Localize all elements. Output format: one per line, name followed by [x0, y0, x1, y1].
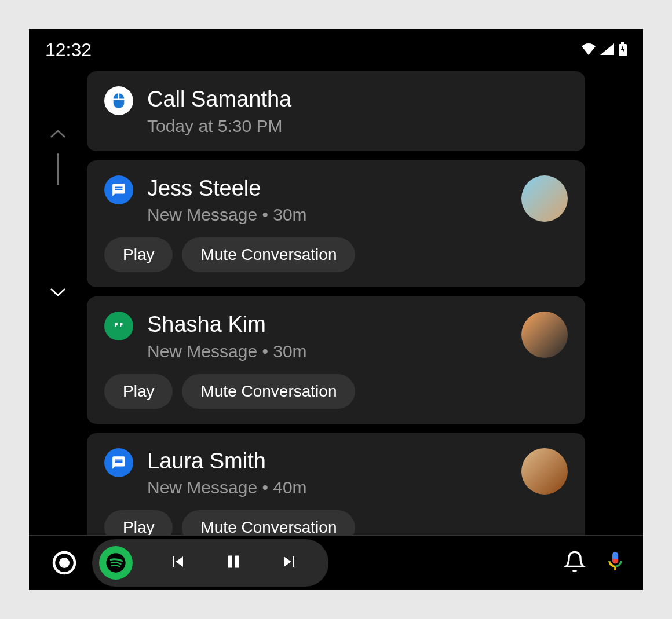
signal-icon: [600, 43, 614, 57]
card-title: Shasha Kim: [147, 312, 507, 338]
hangouts-icon: [104, 312, 133, 340]
messages-icon: [104, 448, 133, 477]
messages-icon: [104, 175, 133, 204]
card-actions: Play Mute Conversation: [104, 237, 568, 272]
avatar: [521, 448, 568, 495]
notifications-list[interactable]: Call Samantha Today at 5:30 PM Jess Stee…: [87, 71, 643, 543]
card-header: Jess Steele New Message • 30m: [104, 175, 568, 225]
svg-rect-1: [621, 42, 624, 44]
home-circle-icon[interactable]: [45, 544, 83, 582]
avatar: [521, 312, 568, 358]
card-header: Call Samantha Today at 5:30 PM: [104, 86, 568, 136]
spotify-icon[interactable]: [99, 546, 133, 580]
chevron-up-icon[interactable]: [50, 129, 66, 142]
notifications-icon[interactable]: [563, 550, 586, 576]
card-title: Laura Smith: [147, 448, 507, 475]
card-content: Shasha Kim New Message • 30m: [147, 312, 507, 361]
card-subtitle: New Message • 30m: [147, 342, 507, 361]
play-button[interactable]: Play: [104, 237, 173, 272]
bottom-bar: [29, 535, 643, 590]
card-header: Shasha Kim New Message • 30m: [104, 312, 568, 361]
card-header: Laura Smith New Message • 40m: [104, 448, 568, 498]
card-content: Call Samantha Today at 5:30 PM: [147, 86, 568, 136]
status-bar: 12:32: [29, 29, 643, 71]
notification-card-reminder[interactable]: Call Samantha Today at 5:30 PM: [87, 71, 585, 151]
card-content: Laura Smith New Message • 40m: [147, 448, 507, 498]
device-screen: 12:32: [29, 29, 643, 590]
chevron-down-icon[interactable]: [50, 287, 66, 299]
notification-card-message[interactable]: Jess Steele New Message • 30m Play Mute …: [87, 160, 585, 288]
svg-point-3: [59, 558, 70, 568]
mute-button[interactable]: Mute Conversation: [182, 374, 355, 409]
bottom-right-icons: [563, 550, 627, 576]
scroll-indicator: [29, 71, 87, 543]
notification-card-message[interactable]: Laura Smith New Message • 40m Play Mute …: [87, 433, 585, 543]
avatar: [521, 175, 568, 222]
mute-button[interactable]: Mute Conversation: [182, 237, 355, 272]
microphone-icon[interactable]: [604, 550, 627, 576]
wifi-icon: [582, 43, 596, 57]
gesture-icon: [104, 86, 133, 115]
card-actions: Play Mute Conversation: [104, 374, 568, 409]
battery-charging-icon: [619, 42, 627, 58]
pause-icon[interactable]: [223, 551, 244, 574]
card-subtitle: Today at 5:30 PM: [147, 116, 568, 136]
skip-previous-icon[interactable]: [167, 551, 188, 574]
card-subtitle: New Message • 30m: [147, 205, 507, 225]
media-controls: [92, 539, 328, 587]
scroll-track: [57, 153, 59, 185]
card-title: Call Samantha: [147, 86, 568, 113]
status-icons: [582, 42, 627, 58]
main-area: Call Samantha Today at 5:30 PM Jess Stee…: [29, 71, 643, 543]
notification-card-message[interactable]: Shasha Kim New Message • 30m Play Mute C…: [87, 296, 585, 424]
card-subtitle: New Message • 40m: [147, 478, 507, 497]
card-title: Jess Steele: [147, 175, 507, 202]
play-button[interactable]: Play: [104, 374, 173, 409]
card-content: Jess Steele New Message • 30m: [147, 175, 507, 225]
status-time: 12:32: [45, 39, 92, 61]
skip-next-icon[interactable]: [279, 551, 300, 574]
